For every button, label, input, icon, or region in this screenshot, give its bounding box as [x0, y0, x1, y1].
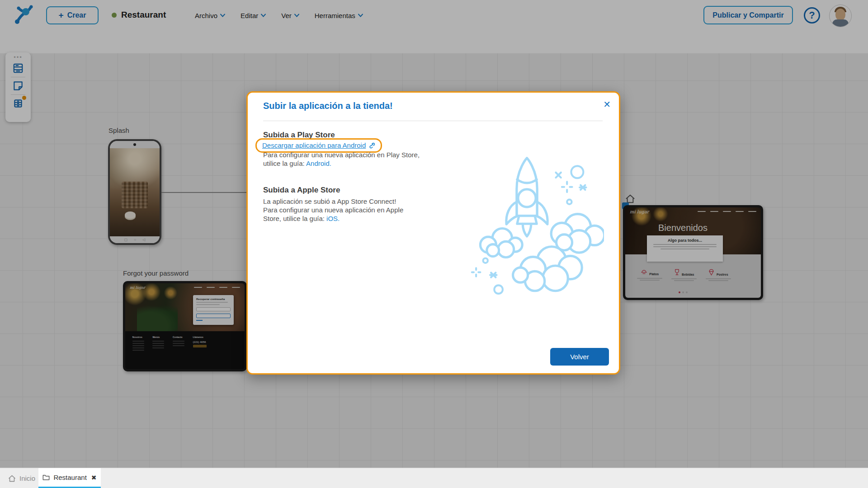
tab-restaurant-label: Restaurant — [53, 474, 86, 481]
ios-guide-link[interactable]: iOS. — [326, 215, 340, 222]
apple-text-line3: Store, utilice la guía: — [263, 215, 326, 222]
back-button[interactable]: Volver — [550, 348, 609, 366]
apple-store-text: La aplicación se subió a App Store Conne… — [263, 197, 403, 223]
close-icon[interactable]: ✕ — [601, 97, 613, 112]
app-editor: + Crear Restaurant Archivo Editar Ver He… — [0, 0, 868, 488]
apple-store-heading: Subida a Apple Store — [263, 186, 340, 195]
apple-text-line1: La aplicación se subió a App Store Conne… — [263, 197, 396, 205]
rocket-illustration — [464, 146, 604, 297]
modal-title: Subir la aplicación a la tienda! — [263, 101, 393, 111]
modal-divider — [263, 121, 603, 121]
download-android-link[interactable]: Descargar aplicación para Android — [262, 141, 366, 149]
home-icon — [8, 475, 16, 482]
tab-inicio-label: Inicio — [19, 474, 35, 482]
apple-text-line2: Para configurar una nueva aplicación en … — [263, 206, 403, 214]
link-icon — [368, 142, 375, 149]
upload-store-modal: Subir la aplicación a la tienda! ✕ Subid… — [246, 91, 620, 375]
tab-close-icon[interactable]: ✖ — [91, 474, 97, 481]
play-store-text: Para configurar una nueva aplicación en … — [263, 150, 420, 168]
play-text-line2: utilice la guía: — [263, 160, 306, 167]
tab-inicio[interactable]: Inicio — [8, 468, 35, 488]
project-tabbar: Inicio Restaurant ✖ — [0, 468, 868, 488]
play-text-line1: Para configurar una nueva aplicación en … — [263, 151, 420, 159]
tab-restaurant[interactable]: Restaurant ✖ — [38, 468, 101, 488]
android-guide-link[interactable]: Android. — [306, 160, 331, 167]
folder-icon — [42, 474, 50, 481]
